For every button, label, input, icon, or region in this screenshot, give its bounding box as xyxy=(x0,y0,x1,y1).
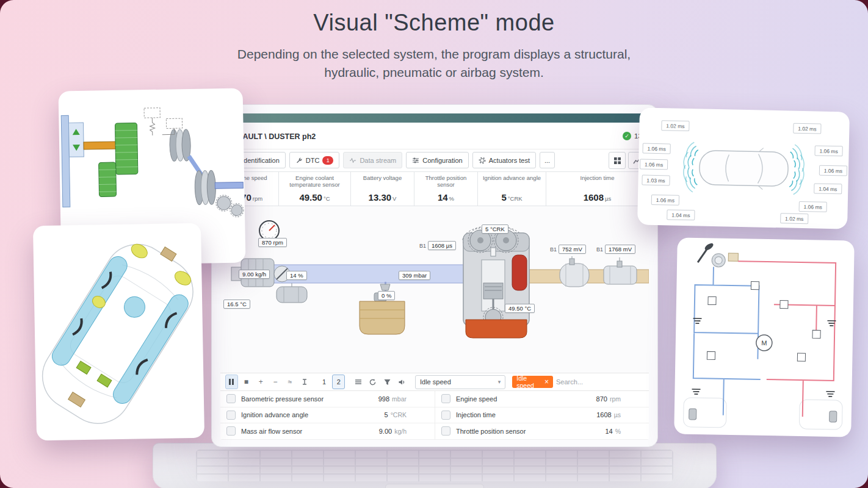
row-unit: % xyxy=(615,428,621,435)
close-icon[interactable]: × xyxy=(544,378,549,386)
zoom-in-button[interactable]: + xyxy=(255,375,267,389)
tab-data-stream-label: Data stream xyxy=(360,157,396,164)
dtc-count-badge: 1 xyxy=(322,156,333,165)
row-unit: µs xyxy=(614,411,621,418)
group-select[interactable]: Idle speed ▾ xyxy=(415,375,505,389)
stop-button[interactable]: ■ xyxy=(240,375,253,389)
page-2-button[interactable]: 2 xyxy=(332,375,345,389)
laptop-keyboard xyxy=(196,450,673,481)
table-row[interactable]: Ignition advance angle 5 °CRK xyxy=(220,407,435,424)
param-card-coolant-temp[interactable]: Engine coolant temperature sensor 49.50°… xyxy=(279,172,351,206)
stream-control-bar: ■ + − ≈ 1 2 xyxy=(220,373,649,391)
pause-button[interactable] xyxy=(225,375,238,389)
param-unit: % xyxy=(449,195,454,202)
search-input[interactable] xyxy=(555,378,643,386)
row-unit: kg/h xyxy=(394,428,407,435)
diagnostic-app: RENAULT \ DUSTER ph2 ✓ 13. Identificatio… xyxy=(220,113,649,440)
zoom-out-button[interactable]: − xyxy=(269,375,282,389)
app-header: RENAULT \ DUSTER ph2 ✓ 13. xyxy=(220,123,649,149)
row-checkbox[interactable] xyxy=(226,426,236,436)
row-unit: °CRK xyxy=(391,411,407,418)
refresh-icon xyxy=(369,378,377,386)
tab-actuators-test[interactable]: Actuators test xyxy=(472,152,536,168)
tab-identification-label: Identification xyxy=(242,157,280,164)
interval-button[interactable] xyxy=(298,375,311,389)
more-tabs-button[interactable]: ... xyxy=(540,152,555,168)
param-value: 49.50 xyxy=(299,192,322,203)
sensor-time-label: 1.06 ms xyxy=(642,143,670,154)
param-card-ignition-advance[interactable]: Ignition advance angle 5°CRK xyxy=(478,172,546,206)
sensor-time-label: 1.06 ms xyxy=(799,201,827,212)
row-checkbox[interactable] xyxy=(226,411,236,420)
o2-downstream-callout: B1 1768 mV xyxy=(596,245,635,254)
tab-dtc[interactable]: DTC 1 xyxy=(289,152,340,168)
o2-upstream-callout: B1 752 mV xyxy=(550,245,586,254)
tab-dtc-label: DTC xyxy=(306,157,320,164)
grid-icon xyxy=(613,157,621,165)
row-name: Throttle position sensor xyxy=(456,428,605,435)
param-value: 14 xyxy=(438,192,448,203)
row-name: Injection time xyxy=(456,411,596,418)
grid-view-button[interactable] xyxy=(609,152,626,169)
table-row[interactable]: Barometric pressure sensor 998 mbar xyxy=(220,391,435,407)
param-value: 1608 xyxy=(584,192,604,203)
tab-configuration[interactable]: Configuration xyxy=(406,152,468,168)
row-value: 5 xyxy=(385,411,388,418)
bank-prefix: B1 xyxy=(550,246,557,253)
param-unit: rpm xyxy=(253,195,262,202)
table-row[interactable]: Mass air flow sensor 9.00 kg/h xyxy=(220,423,435,440)
page-title: Visual "Scheme" mode xyxy=(0,10,868,36)
coolant-callout: 49.50 °C xyxy=(505,304,535,313)
smoothing-button[interactable]: ≈ xyxy=(284,375,297,389)
sensor-time-label: 1.04 ms xyxy=(814,183,842,194)
row-checkbox[interactable] xyxy=(226,394,236,403)
table-column-left: Barometric pressure sensor 998 mbar Igni… xyxy=(220,391,435,440)
airbag-scheme-graphic xyxy=(33,223,204,441)
row-unit: rpm xyxy=(610,395,621,403)
row-name: Ignition advance angle xyxy=(241,411,385,418)
pressure-callout: 309 mbar xyxy=(399,271,430,280)
row-unit: mbar xyxy=(392,395,407,403)
param-card-throttle-position[interactable]: Throttle position sensor 14% xyxy=(414,172,478,206)
param-title: Ignition advance angle xyxy=(483,175,541,182)
sensor-time-label: 1.06 ms xyxy=(819,165,847,176)
bank-prefix: B1 xyxy=(419,243,426,249)
row-name: Mass air flow sensor xyxy=(241,428,379,435)
page-1-button[interactable]: 1 xyxy=(318,375,331,389)
check-icon: ✓ xyxy=(623,132,631,140)
param-title: Throttle position sensor xyxy=(416,175,476,188)
sliders-icon xyxy=(412,157,419,164)
engine-scheme-graphic xyxy=(220,206,649,373)
maf-callout: 9.00 kg/h xyxy=(239,270,270,279)
row-checkbox[interactable] xyxy=(441,394,450,403)
camshaft-callout: 5 °CRK xyxy=(482,224,508,234)
sensor-time-label: 1.06 ms xyxy=(651,195,679,206)
filter-tag[interactable]: Idle speed × xyxy=(512,376,553,388)
param-card-battery-voltage[interactable]: Battery voltage 13.30V xyxy=(351,172,414,206)
group-select-value: Idle speed xyxy=(420,378,451,386)
table-column-right: Engine speed 870 rpm Injection time 1608… xyxy=(435,391,649,440)
row-checkbox[interactable] xyxy=(441,411,450,420)
param-value: 13.30 xyxy=(369,192,392,203)
filter-button[interactable] xyxy=(381,375,394,389)
param-unit: °CRK xyxy=(508,195,523,202)
sound-button[interactable] xyxy=(396,375,408,389)
wrench-icon xyxy=(295,157,303,164)
row-checkbox[interactable] xyxy=(441,426,450,436)
promo-stage: Visual "Scheme" mode Depending on the se… xyxy=(0,0,868,488)
tab-data-stream[interactable]: Data stream xyxy=(343,152,402,168)
intake-temp-callout: 16.5 °C xyxy=(223,300,250,309)
chevron-down-icon: ▾ xyxy=(498,379,501,385)
tab-actuators-test-label: Actuators test xyxy=(489,157,530,164)
param-card-injection-time[interactable]: Injection time 1608µs xyxy=(546,172,649,206)
refresh-button[interactable] xyxy=(366,375,379,389)
hydraulic-scheme-graphic: M xyxy=(674,237,855,437)
table-row[interactable]: Injection time 1608 µs xyxy=(435,407,649,424)
table-row[interactable]: Engine speed 870 rpm xyxy=(435,391,649,407)
row-value: 998 xyxy=(378,395,389,403)
param-value: 5 xyxy=(501,192,506,203)
table-row[interactable]: Throttle position sensor 14 % xyxy=(435,423,649,440)
list-view-button[interactable] xyxy=(352,375,364,389)
row-name: Barometric pressure sensor xyxy=(241,395,378,403)
param-unit: °C xyxy=(324,195,330,202)
